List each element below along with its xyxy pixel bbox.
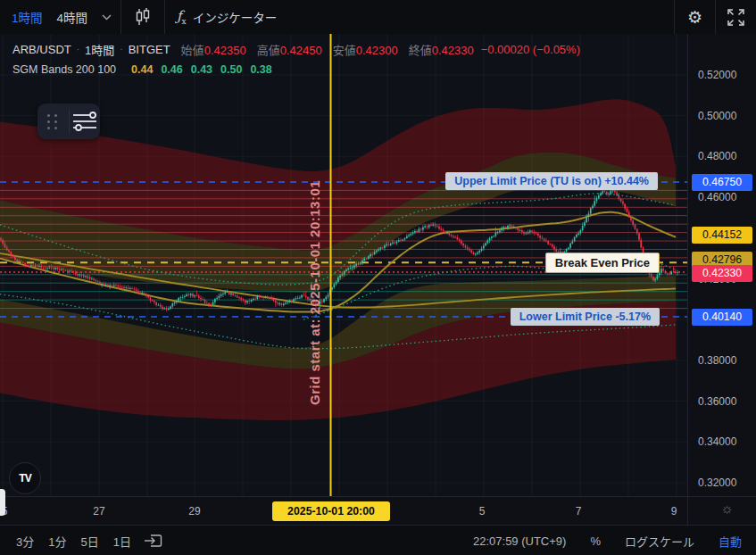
symbol-title: ARB/USDT	[12, 43, 71, 56]
indicator-value: 0.50	[220, 63, 242, 76]
time-axis[interactable]: 527295792025-10-01 20:00	[0, 496, 687, 526]
open-label: 始値	[181, 44, 204, 57]
legend-dot: ·	[120, 45, 122, 54]
legend-indicator-row[interactable]: SGM Bands 200 100 0.440.460.430.500.38	[12, 63, 272, 76]
gear-icon: ⚙	[687, 7, 702, 28]
time-tick: 9	[671, 505, 677, 518]
chart-style-button[interactable]	[121, 0, 164, 34]
high-value: 0.42450	[280, 44, 322, 57]
interval-1h-label: 1時間	[12, 8, 43, 26]
clock[interactable]: 22:07:59 (UTC+9)	[473, 534, 566, 548]
indicators-label: インジケーター	[193, 8, 278, 26]
time-tick: 5	[479, 505, 486, 518]
interval-favorite-1日[interactable]: 1日	[113, 533, 131, 550]
price-tick: 0.36000	[698, 395, 736, 408]
interval-favorite-3分[interactable]: 3分	[16, 533, 34, 550]
price-tick: 0.38000	[698, 354, 736, 367]
interval-favorite-5日[interactable]: 5日	[80, 533, 98, 550]
top-toolbar: 1時間 4時間 ƒx インジケーター ⚙	[0, 0, 756, 35]
price-tick: 0.34000	[698, 435, 736, 448]
symbol-exchange: BITGET	[129, 43, 170, 56]
log-scale-button[interactable]: ログスケール	[625, 533, 694, 550]
fullscreen-button[interactable]	[716, 0, 756, 34]
indicators-button[interactable]: ƒx インジケーター	[165, 0, 288, 34]
candlestick-icon	[133, 7, 153, 27]
symbol-interval: 1時間	[85, 41, 114, 58]
price-tick: 0.46000	[698, 191, 736, 203]
interval-button-4h[interactable]: 4時間	[46, 0, 94, 34]
price-tick: 0.52000	[698, 69, 736, 81]
change-value: −0.00020 (−0.05%)	[481, 43, 580, 56]
legend-dot: ·	[77, 45, 79, 54]
upper-limit-label: Upper Limit Price (TU is on) +10.44%	[445, 172, 658, 190]
time-highlight-badge: 2025-10-01 20:00	[272, 501, 390, 521]
auto-scale-button[interactable]: 自動	[719, 533, 742, 550]
sun-brightness-icon[interactable]: ☼	[720, 501, 734, 517]
indicator-value: 0.43	[191, 63, 212, 76]
fullscreen-expand-icon	[727, 9, 744, 26]
close-value: 0.42330	[432, 44, 474, 57]
sliders-icon	[70, 110, 100, 133]
indicator-value: 0.44	[131, 63, 153, 76]
indicator-values: 0.440.460.430.500.38	[123, 63, 272, 76]
bottom-right-controls: 22:07:59 (UTC+9) % ログスケール 自動	[473, 533, 756, 550]
break-even-label: Break Even Price	[545, 253, 660, 273]
go-to-date-icon	[144, 532, 163, 550]
price-tick: 0.48000	[698, 150, 736, 162]
fx-icon: ƒx	[177, 8, 187, 26]
go-to-date-button[interactable]	[131, 524, 163, 555]
indicator-value: 0.38	[250, 63, 271, 76]
tv-logo-glyph: TV	[19, 472, 30, 485]
price-badge-0.40140: 0.40140	[692, 309, 752, 326]
high-label: 高値	[257, 44, 280, 57]
price-badge-0.46750: 0.46750	[692, 174, 752, 191]
settings-button[interactable]: ⚙	[675, 0, 715, 34]
bottom-toolbar: 3分1分5日1日 22:07:59 (UTC+9) % ログスケール 自動	[0, 525, 756, 555]
indicator-value: 0.46	[161, 63, 182, 76]
percent-scale-button[interactable]: %	[590, 534, 601, 548]
time-tick: 7	[576, 505, 582, 518]
tradingview-logo[interactable]: TV	[9, 462, 41, 494]
price-tick: 0.50000	[698, 110, 736, 122]
time-tick: 29	[188, 505, 200, 518]
pane-settings-button[interactable]	[70, 104, 101, 139]
drag-handle-icon	[47, 114, 58, 129]
close-label: 終値	[409, 44, 432, 57]
price-badge-0.44152: 0.44152	[692, 227, 752, 244]
price-axis[interactable]: 0.520000.500000.480000.460000.440000.420…	[687, 34, 756, 496]
pane-widget	[37, 104, 100, 139]
chart-region[interactable]: ARB/USDT · 1時間 · BITGET 始値0.42350 高値0.42…	[0, 34, 687, 496]
indicator-name: SGM Bands 200 100	[12, 63, 116, 76]
drawing-toolbar-handle[interactable]	[0, 489, 5, 516]
price-tick: 0.32000	[698, 476, 736, 489]
legend-symbol-row[interactable]: ARB/USDT · 1時間 · BITGET 始値0.42350 高値0.42…	[12, 41, 580, 58]
time-tick: 27	[93, 505, 104, 518]
price-badge-0.42330: 0.42330	[692, 265, 752, 282]
interval-dropdown-button[interactable]	[93, 0, 120, 34]
low-label: 安値	[333, 44, 356, 57]
lower-limit-label: Lower Limit Price -5.17%	[511, 308, 660, 326]
interval-favorite-1分[interactable]: 1分	[48, 533, 66, 550]
grid-start-vline-label: Grid start at: 2025-10-01 20:13:01	[307, 125, 322, 405]
open-value: 0.42350	[204, 44, 246, 57]
interval-button-1h[interactable]: 1時間	[0, 0, 46, 34]
trading-chart-app: 1時間 4時間 ƒx インジケーター ⚙	[0, 0, 756, 555]
interval-favorites: 3分1分5日1日	[0, 533, 131, 550]
axis-corner: ☼	[687, 496, 756, 526]
pane-drag-handle[interactable]	[37, 104, 69, 139]
low-value: 0.42300	[356, 44, 398, 57]
interval-4h-label: 4時間	[57, 8, 88, 26]
chevron-down-icon	[102, 14, 112, 21]
